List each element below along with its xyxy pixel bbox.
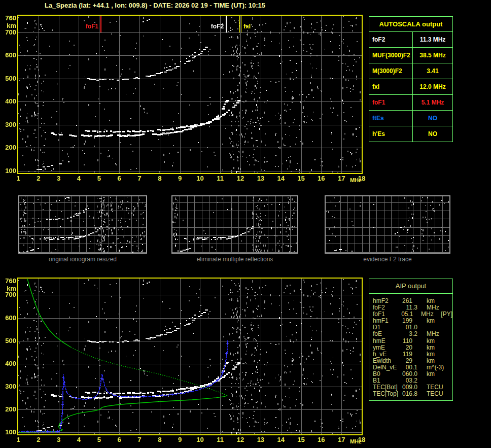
y-tick-label: 100 (1, 167, 16, 175)
aip-row-label: Ewidth (373, 358, 399, 364)
fof2-marker-label: foF2 (211, 23, 224, 30)
aip-row-hme: hmE110km (373, 338, 452, 344)
aip-row-value-frac: .2 (412, 331, 424, 337)
autoscala-output-table: AUTOSCALA output foF211.3 MHzMUF(3000)F2… (369, 16, 453, 142)
autoscala-row-value: 3.41 (413, 63, 452, 79)
autoscala-row-fxi: fxI12.0 MHz (369, 79, 452, 95)
x-tick-label: 3 (50, 175, 67, 182)
fof1-marker-line (100, 16, 101, 32)
aip-row-unit: km (427, 351, 449, 358)
autoscala-row-label: M(3000)F2 (369, 63, 413, 79)
y-tick-label: 200 (1, 406, 16, 413)
x-tick-label: 6 (111, 436, 128, 443)
aip-row-unit: km (427, 338, 449, 344)
x-tick-label: 17 (333, 436, 350, 443)
y-tick-label: 700 (1, 29, 16, 36)
y-tick-label: 600 (1, 52, 16, 59)
y-tick-label: 760 (1, 278, 16, 285)
thumbnail-original-ionogram (18, 195, 147, 254)
x-tick-label: 4 (70, 436, 87, 443)
aip-row-value-int: 29 (399, 358, 412, 364)
x-tick-label: 7 (131, 175, 148, 182)
x-tick-label: 10 (191, 436, 208, 443)
aip-row-value-frac: .8 (412, 391, 424, 397)
aip-row-label: foE (373, 331, 399, 337)
autoscala-row-fof2: foF211.3 MHz (369, 32, 452, 48)
y-tick-label: 300 (1, 121, 16, 128)
y-tick-label: 200 (1, 144, 16, 151)
y-tick-label: 500 (1, 75, 16, 82)
autoscala-row-label: foF2 (369, 32, 413, 47)
autoscala-row-label: MUF(3000)F2 (369, 48, 413, 63)
x-tick-label: 2 (30, 175, 47, 182)
x-axis-unit-label: MHz (350, 438, 362, 444)
x-tick-label: 7 (131, 436, 148, 443)
autoscala-row-h-es: h'EsNO (369, 126, 452, 142)
x-tick-label: 5 (90, 175, 108, 182)
x-tick-label: 13 (252, 436, 269, 443)
x-tick-label: 9 (171, 175, 189, 182)
aip-table-rows: hmF2261kmfoF211.3MHzfoF105.1MHz[PY]hmF11… (369, 294, 452, 397)
y-tick-label: 600 (1, 315, 16, 322)
y-tick-label: 400 (1, 360, 16, 367)
aip-row-label: h_vE (373, 351, 399, 358)
x-tick-label: 16 (312, 436, 330, 443)
x-tick-label: 14 (272, 175, 290, 182)
y-axis-unit-label: km (1, 285, 16, 292)
x-tick-label: 17 (333, 175, 350, 182)
thumbnail-evidence-f2 (325, 195, 450, 254)
autoscala-table-rows: foF211.3 MHzMUF(3000)F238.5 MHzM(3000)F2… (369, 32, 452, 142)
x-tick-label: 9 (171, 436, 189, 443)
fof2-marker-line (226, 16, 227, 32)
aip-row-unit: km (427, 344, 449, 351)
autoscala-row-value: 11.3 MHz (413, 32, 452, 47)
autoscala-ionogram-canvas (18, 16, 362, 173)
aip-row-label: hmE (373, 338, 399, 344)
x-tick-label: 12 (232, 436, 249, 443)
autoscala-row-label: fxI (369, 79, 413, 94)
aip-row-value-int: 110 (399, 338, 412, 344)
aip-row-value-frac (412, 351, 424, 358)
aip-row-value-int: 3 (399, 331, 412, 337)
thumbnail-original-canvas (19, 196, 146, 253)
autoscala-row-label: ftEs (369, 111, 413, 126)
aip-row-unit: km (427, 318, 449, 324)
aip-row-note: [PY] (441, 311, 452, 318)
thumbnail-evidence-canvas (326, 196, 449, 253)
aip-row-value-frac (412, 344, 424, 351)
autoscala-row-muf-3000-f2: MUF(3000)F238.5 MHz (369, 48, 452, 63)
x-tick-label: 16 (312, 175, 330, 182)
autoscala-row-label: foF1 (369, 95, 413, 110)
x-tick-label: 3 (50, 436, 67, 443)
aip-row-unit: km (427, 371, 449, 377)
x-tick-label: 1 (10, 436, 27, 443)
aip-row-value-int: 119 (399, 351, 412, 358)
x-tick-label: 10 (191, 175, 208, 182)
y-tick-label: 400 (1, 98, 16, 105)
page-title: La_Spezia (lat: +44.1 , lon: 009.8) - DA… (45, 2, 265, 9)
aip-row-h-ve: h_vE119km (373, 351, 452, 358)
fof1-marker-label: foF1 (86, 23, 98, 30)
y-tick-label: 500 (1, 337, 16, 344)
x-tick-label: 14 (272, 436, 290, 443)
autoscala-window: La_Spezia (lat: +44.1 , lon: 009.8) - DA… (0, 0, 491, 448)
x-tick-label: 2 (30, 436, 47, 443)
thumbnail-eliminate-reflections (171, 195, 298, 254)
thumbnail-eliminate-canvas (172, 196, 297, 253)
aip-row-unit: TECU (427, 391, 449, 397)
fxi-marker-label: fxI (243, 23, 251, 30)
autoscala-row-value: 5.1 MHz (413, 95, 452, 110)
autoscala-row-value: NO (413, 111, 452, 126)
autoscala-row-m-3000-f2: M(3000)F23.41 (369, 63, 452, 79)
x-tick-label: 15 (293, 175, 310, 182)
thumbnail-caption-evidence: evidence F2 trace (325, 256, 450, 263)
y-axis-unit-label: km (1, 22, 16, 29)
y-tick-label: 700 (1, 291, 16, 298)
autoscala-row-value: 12.0 MHz (413, 79, 452, 94)
y-tick-label: 100 (1, 429, 16, 436)
ionogram-plot-frame-top (17, 15, 363, 174)
thumbnail-caption-eliminate: eliminate multiple reflections (171, 256, 298, 263)
aip-row-unit: km (427, 358, 449, 364)
x-tick-label: 4 (70, 175, 87, 182)
x-tick-label: 12 (232, 175, 249, 182)
